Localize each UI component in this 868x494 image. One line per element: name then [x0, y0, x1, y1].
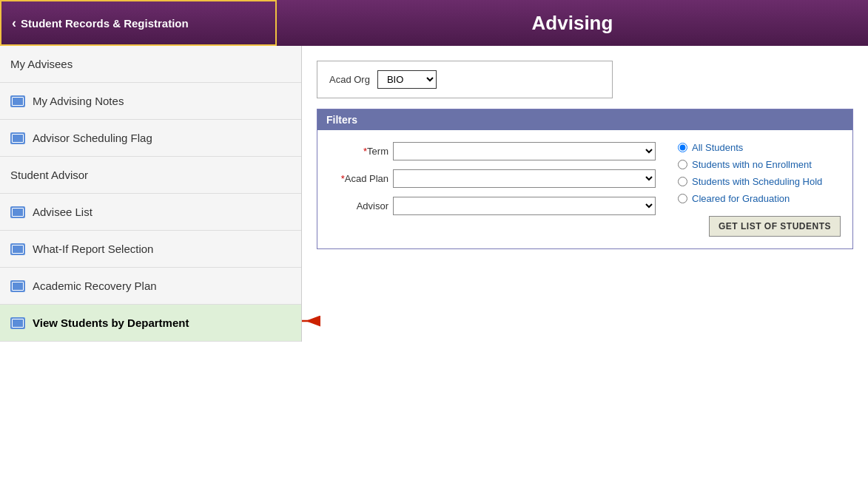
my-advising-notes-label: My Advising Notes: [33, 95, 124, 107]
nav-icon-academic-recovery-plan: [10, 280, 25, 292]
acad-plan-required-star: *: [341, 173, 345, 184]
nav-icon-advisor-scheduling-flag: [10, 132, 25, 144]
acad-org-box: Acad Org BIO CHEM MATH PHYS: [317, 61, 613, 98]
radio-all-students-label: All Students: [692, 142, 743, 153]
filters-panel: Filters *Term: [317, 109, 853, 249]
term-required-star: *: [363, 146, 367, 157]
acad-plan-select[interactable]: [393, 169, 656, 188]
academic-recovery-plan-label: Academic Recovery Plan: [33, 280, 157, 292]
sidebar-item-my-advising-notes[interactable]: My Advising Notes: [0, 83, 301, 120]
filter-row-term: *Term: [329, 142, 656, 160]
advisee-list-label: Advisee List: [33, 206, 92, 218]
filters-header: Filters: [317, 109, 852, 130]
advisor-select[interactable]: [393, 197, 656, 215]
radio-cleared-graduation-input[interactable]: [678, 194, 687, 203]
filter-row-acad-plan: *Acad Plan: [329, 169, 656, 188]
main-layout: My Advisees My Advising Notes Advisor Sc…: [0, 46, 868, 342]
sidebar-item-advisor-scheduling-flag[interactable]: Advisor Scheduling Flag: [0, 120, 301, 157]
nav-icon-what-if-report: [10, 243, 25, 255]
get-list-button[interactable]: GET LIST OF STUDENTS: [709, 216, 841, 237]
what-if-report-label: What-If Report Selection: [33, 243, 153, 255]
chevron-left-icon: ‹: [12, 16, 16, 31]
filters-right: All Students Students with no Enrollment…: [678, 142, 841, 237]
back-button-label: Student Records & Registration: [21, 17, 189, 30]
term-label: *Term: [329, 146, 388, 157]
acad-org-label: Acad Org: [329, 74, 370, 85]
sidebar-item-academic-recovery-plan[interactable]: Academic Recovery Plan: [0, 268, 301, 305]
app-container: ‹ Student Records & Registration Advisin…: [0, 0, 868, 342]
filter-row-advisor: Advisor: [329, 197, 656, 215]
term-select[interactable]: [393, 142, 656, 160]
sidebar-item-advisee-list[interactable]: Advisee List: [0, 194, 301, 231]
red-arrow-annotation: [302, 308, 317, 334]
view-students-dept-label: View Students by Department: [33, 317, 189, 329]
radio-scheduling-hold-label: Students with Scheduling Hold: [692, 176, 822, 187]
header: ‹ Student Records & Registration Advisin…: [0, 0, 868, 46]
sidebar-item-my-advisees[interactable]: My Advisees: [0, 46, 301, 83]
sidebar-item-what-if-report[interactable]: What-If Report Selection: [0, 231, 301, 268]
nav-icon-advisee-list: [10, 206, 25, 218]
back-button[interactable]: ‹ Student Records & Registration: [0, 0, 277, 46]
radio-all-students[interactable]: All Students: [678, 142, 841, 153]
radio-scheduling-hold-input[interactable]: [678, 177, 687, 186]
my-advisees-label: My Advisees: [10, 58, 73, 70]
nav-icon-my-advising-notes: [10, 95, 25, 107]
filters-body: *Term *Acad Plan: [317, 130, 852, 248]
radio-cleared-graduation-label: Cleared for Graduation: [692, 193, 790, 204]
sidebar-item-view-students-dept[interactable]: View Students by Department: [0, 305, 301, 342]
nav-icon-view-students-dept: [10, 317, 25, 329]
advisor-scheduling-flag-label: Advisor Scheduling Flag: [33, 132, 152, 144]
filters-left: *Term *Acad Plan: [329, 142, 656, 237]
content-area: Acad Org BIO CHEM MATH PHYS Filters: [302, 46, 868, 342]
radio-all-students-input[interactable]: [678, 143, 687, 152]
radio-no-enrollment[interactable]: Students with no Enrollment: [678, 159, 841, 170]
advisor-label: Advisor: [329, 200, 388, 212]
page-title: Advising: [277, 12, 868, 35]
sidebar: My Advisees My Advising Notes Advisor Sc…: [0, 46, 302, 342]
radio-no-enrollment-input[interactable]: [678, 160, 687, 169]
student-advisor-label: Student Advisor: [10, 169, 88, 181]
sidebar-item-student-advisor[interactable]: Student Advisor: [0, 157, 301, 194]
acad-plan-label: *Acad Plan: [329, 173, 388, 184]
radio-no-enrollment-label: Students with no Enrollment: [692, 159, 812, 170]
acad-org-select[interactable]: BIO CHEM MATH PHYS: [377, 70, 437, 89]
radio-cleared-graduation[interactable]: Cleared for Graduation: [678, 193, 841, 204]
radio-scheduling-hold[interactable]: Students with Scheduling Hold: [678, 176, 841, 187]
